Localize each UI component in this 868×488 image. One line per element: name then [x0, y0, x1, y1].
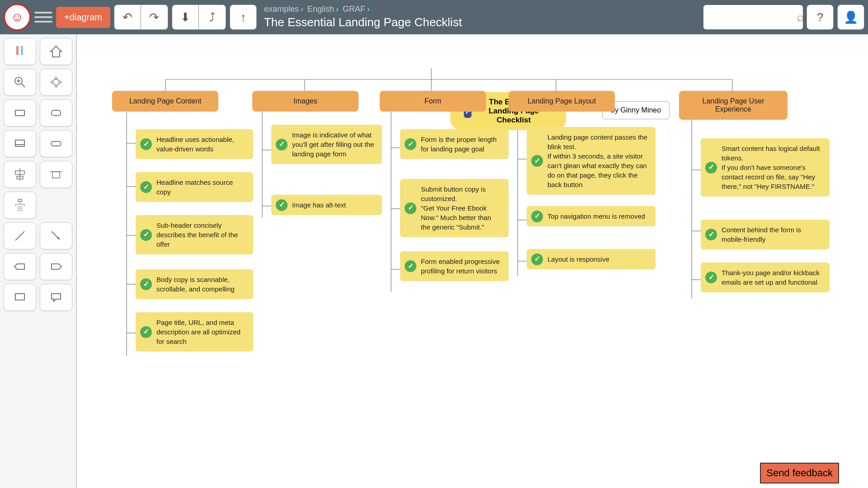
check-icon: ✓	[531, 211, 543, 222]
leaf-text: Image has alt-text	[292, 201, 346, 209]
leaf-text: Landing page content passes the blink te…	[547, 133, 647, 188]
logo[interactable]: ☺	[4, 4, 31, 31]
check-icon: ✓	[276, 199, 288, 211]
leaf-0-4[interactable]: ✓Page title, URL, and meta description a…	[136, 312, 253, 352]
redo-button[interactable]: ↷	[141, 5, 168, 30]
leaf-text: Headline matches source copy	[156, 178, 233, 196]
tool-comment[interactable]	[40, 284, 72, 311]
crumb-0[interactable]: examples	[264, 5, 299, 14]
check-icon: ✓	[405, 260, 416, 272]
leaf-0-1[interactable]: ✓Headline matches source copy	[136, 172, 253, 202]
canvas[interactable]: ↗ The Essential Landing Page Checklist b…	[77, 34, 868, 488]
download-button[interactable]: ⬇	[172, 5, 199, 30]
up-button[interactable]: ↑	[230, 5, 257, 30]
leaf-text: Content behind the form is mobile-friend…	[722, 226, 801, 243]
check-icon: ✓	[140, 229, 152, 241]
check-icon: ✓	[405, 138, 416, 150]
svg-rect-1	[21, 46, 23, 55]
tool-zoom[interactable]	[4, 69, 36, 96]
check-icon: ✓	[140, 138, 152, 150]
tool-roundrect[interactable]	[40, 99, 72, 127]
search-box[interactable]: ⌕	[703, 5, 803, 29]
leaf-3-2[interactable]: ✓Layout is responsive	[527, 249, 656, 269]
branch-header-3[interactable]: Landing Page Layout	[509, 91, 615, 112]
check-icon: ✓	[140, 181, 152, 193]
svg-rect-16	[18, 199, 22, 202]
search-icon[interactable]: ⌕	[797, 10, 804, 24]
svg-rect-6	[15, 110, 24, 116]
svg-rect-15	[52, 172, 60, 178]
check-icon: ✓	[140, 278, 152, 290]
svg-rect-7	[52, 110, 61, 116]
branch-header-1[interactable]: Images	[252, 91, 359, 112]
leaf-text: Form enabled progressive profiling for r…	[421, 258, 500, 275]
svg-rect-10	[51, 141, 61, 146]
undo-button[interactable]: ↶	[114, 5, 141, 30]
svg-rect-26	[15, 294, 24, 300]
leaf-text: Body copy is scannable, scrollable, and …	[156, 276, 235, 293]
tool-pill[interactable]	[40, 130, 72, 157]
leaf-4-2[interactable]: ✓Thank-you page and/or kickback emails a…	[701, 263, 830, 292]
leaf-4-1[interactable]: ✓Content behind the form is mobile-frien…	[701, 220, 830, 249]
branch-header-4[interactable]: Landing Page User Experience	[679, 91, 788, 120]
tool-line[interactable]	[4, 222, 36, 249]
menu-icon[interactable]	[34, 8, 52, 26]
leaf-0-0[interactable]: ✓Headline uses actionable, value-driven …	[136, 129, 253, 159]
leaf-text: Smart content has logical default tokens…	[722, 145, 820, 190]
share-button[interactable]: ⤴	[199, 5, 226, 30]
leaf-4-0[interactable]: ✓Smart content has logical default token…	[701, 138, 830, 197]
tool-align-v[interactable]	[40, 161, 72, 188]
tool-tree[interactable]	[4, 192, 36, 219]
tool-home[interactable]	[40, 38, 72, 65]
leaf-3-0[interactable]: ✓Landing page content passes the blink t…	[527, 127, 656, 195]
help-button[interactable]: ?	[807, 5, 834, 30]
crumb-1[interactable]: English	[307, 5, 334, 14]
left-toolbar	[0, 34, 77, 488]
leaf-text: Form is the proper length for landing pa…	[421, 136, 497, 153]
check-icon: ✓	[140, 326, 152, 338]
leaf-text: Image is indicative of what you'll get a…	[292, 131, 374, 158]
leaf-1-0[interactable]: ✓Image is indicative of what you'll get …	[271, 125, 382, 164]
check-icon: ✓	[705, 229, 717, 240]
leaf-0-2[interactable]: ✓Sub-header concisely describes the bene…	[136, 215, 253, 254]
search-input[interactable]	[706, 13, 797, 21]
check-icon: ✓	[705, 272, 717, 283]
leaf-text: Layout is responsive	[547, 255, 609, 263]
tool-pan[interactable]	[40, 69, 72, 96]
tool-note[interactable]	[4, 284, 36, 311]
leaf-3-1[interactable]: ✓Top navigation menu is removed	[527, 206, 656, 226]
tool-card[interactable]	[4, 130, 36, 157]
send-feedback-button[interactable]: Send feedback	[760, 463, 839, 483]
tool-tag-left[interactable]	[4, 253, 36, 280]
check-icon: ✓	[276, 139, 288, 150]
user-button[interactable]: 👤	[837, 5, 864, 30]
crumb-2[interactable]: GRAF	[343, 5, 365, 14]
svg-line-24	[15, 231, 24, 240]
leaf-text: Sub-header concisely describes the benef…	[156, 221, 238, 248]
leaf-text: Headline uses actionable, value-driven w…	[156, 136, 234, 153]
leaf-text: Submit button copy is customized. "Get Y…	[421, 185, 491, 231]
svg-rect-0	[16, 46, 19, 55]
leaf-2-1[interactable]: ✓Submit button copy is customized. "Get …	[400, 179, 509, 237]
leaf-text: Page title, URL, and meta description ar…	[156, 319, 241, 345]
leaf-0-3[interactable]: ✓Body copy is scannable, scrollable, and…	[136, 269, 253, 299]
tool-arrow[interactable]	[40, 222, 72, 249]
leaf-2-0[interactable]: ✓Form is the proper length for landing p…	[400, 129, 509, 159]
leaf-2-2[interactable]: ✓Form enabled progressive profiling for …	[400, 251, 509, 281]
branch-header-0[interactable]: Landing Page Content	[112, 91, 218, 112]
check-icon: ✓	[531, 253, 543, 265]
breadcrumb: examples› English› GRAF› The Essential L…	[260, 4, 700, 30]
tool-tag-right[interactable]	[40, 253, 72, 280]
tool-pencils[interactable]	[4, 38, 36, 65]
page-title: The Essential Landing Page Checklist	[264, 15, 700, 30]
check-icon: ✓	[531, 155, 543, 167]
new-diagram-button[interactable]: +diagram	[56, 7, 110, 28]
check-icon: ✓	[705, 162, 717, 174]
check-icon: ✓	[405, 202, 416, 214]
svg-rect-8	[15, 140, 24, 146]
branch-header-2[interactable]: Form	[380, 91, 486, 112]
svg-line-3	[21, 84, 25, 87]
tool-rect[interactable]	[4, 99, 36, 127]
leaf-1-1[interactable]: ✓Image has alt-text	[271, 195, 382, 215]
tool-align-h[interactable]	[4, 161, 36, 188]
